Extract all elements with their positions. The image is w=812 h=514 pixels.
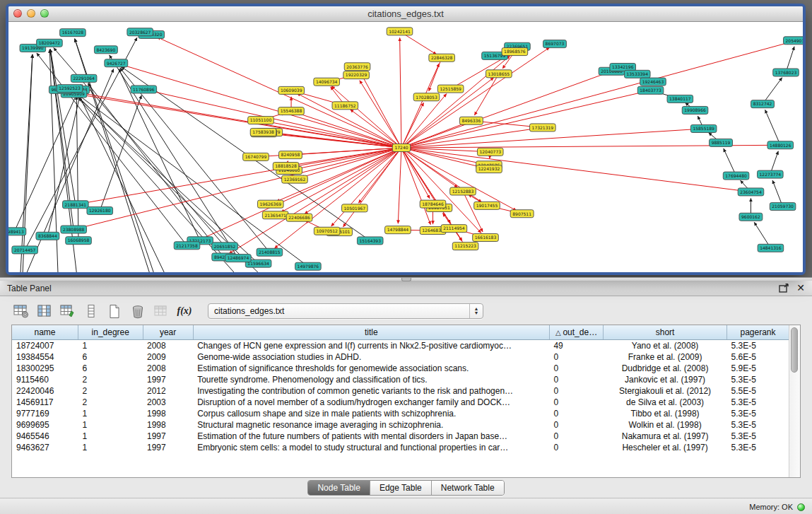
row-height-icon [86,304,96,318]
graph-node-label: 13342196 [612,64,634,69]
table-tabs-row: Node Table Edge Table Network Table [11,478,801,498]
table-cell: Wolkin et al. (1998) [604,419,727,431]
tab-network-table[interactable]: Network Table [432,481,504,495]
column-header-short[interactable]: short [604,325,727,339]
desktop-background: citations_edges.txt 11454320222910641381… [0,0,812,277]
table-cell: 0 [549,374,603,385]
table-cell: 2008 [143,339,193,351]
show-columns-button[interactable] [35,302,54,321]
graph-node-label: 20714457 [14,247,36,252]
tab-edge-table[interactable]: Edge Table [370,481,432,495]
close-window-button[interactable] [13,9,22,18]
graph-node-label: 22291064 [73,76,95,81]
graph-node-label: 12926180 [89,208,111,213]
zoom-window-button[interactable] [40,9,49,18]
graph-node-label: 13533394 [626,71,648,76]
attribute-table: namein_degreeyeartitle△ out_de…shortpage… [12,325,789,453]
table-cell: Changes of HCN gene expression and I(f) … [193,339,549,351]
column-header-title[interactable]: title [193,325,549,339]
scrollbar-thumb[interactable] [791,327,798,373]
table-scroll-area[interactable]: namein_degreeyeartitle△ out_de…shortpage… [12,325,789,477]
table-cell: Franke et al. (2009) [604,351,727,363]
table-cell: Stergiakouli et al. (2012) [604,385,727,397]
graph-node-label: 16616183 [475,235,497,240]
vertical-scrollbar[interactable] [789,325,800,477]
panel-splitter[interactable] [0,277,812,281]
table-row[interactable]: 1830029562008Estimation of significance … [12,363,789,374]
table-cell: 0 [549,397,603,408]
column-header-out_de[interactable]: △ out_de… [549,325,603,339]
table-cell: Corpus callosum shape and size in male p… [193,408,549,419]
new-table-button[interactable] [105,302,124,321]
table-cell: 2009 [143,351,193,363]
table-row[interactable]: 977716911998Corpus callosum shape and si… [12,408,789,419]
graph-node-label: 17694480 [725,173,747,178]
column-header-pagerank[interactable]: pagerank [727,325,789,339]
table-row[interactable]: 1938455462009Genome-wide association stu… [12,351,789,363]
memory-ok-indicator-icon [797,503,805,511]
tab-node-table[interactable]: Node Table [308,481,370,495]
table-row[interactable]: 946362711997Embryonic stem cells: a mode… [12,442,789,453]
table-cell: 6 [78,351,143,363]
graph-node-label: 19017455 [476,203,498,208]
table-row[interactable]: 946554611997Estimation of the future num… [12,431,789,442]
new-file-icon [108,304,121,319]
import-table-button[interactable] [151,302,171,321]
node-table: namein_degreeyeartitle△ out_de…shortpage… [11,325,801,478]
minimize-window-button[interactable] [27,9,35,18]
function-builder-button[interactable]: f(x) [175,302,194,321]
graph-node-label: 16068958 [68,238,90,243]
table-row[interactable]: 969969511998Structural magnetic resonanc… [12,419,789,431]
table-cell: Investigating the contribution of common… [193,385,549,397]
graph-node-label: 12592523 [59,86,81,90]
table-cell: 1 [78,408,143,419]
graph-node-label: 14880126 [770,143,792,148]
citation-network-graph[interactable]: 1145432022291064138105732090590916167028… [8,22,803,272]
table-cell: Hescheler et al. (1997) [604,442,727,453]
network-view-window: citations_edges.txt 11454320222910641381… [6,4,806,275]
graph-node-label: 9600162 [741,214,760,219]
graph-node-label: 18403773 [640,88,661,93]
graph-node-label: 18818528 [275,163,297,168]
close-panel-icon[interactable]: ✕ [796,284,805,293]
table-row[interactable]: 2242004622012Investigating the contribut… [12,385,789,397]
row-height-button[interactable] [81,302,101,321]
graph-node-label: 14841316 [760,245,782,250]
table-row[interactable]: 1872400712008Changes of HCN gene express… [12,339,789,351]
graph-node-label: 23808988 [63,227,85,232]
table-cell: 5.5E-5 [727,385,789,397]
table-selector-dropdown[interactable]: citations_edges.txt ▲▼ [208,303,483,319]
graph-node-label: 12486974 [228,255,249,260]
table-cell: 9463627 [12,442,78,453]
table-cell: 2 [78,385,143,397]
table-cell: 2012 [143,385,193,397]
network-canvas[interactable]: 1145432022291064138105732090590916167028… [8,22,803,272]
column-header-in_degree[interactable]: in_degree [78,325,143,339]
graph-node-label: 20328627 [129,30,151,35]
graph-node-label: 8312742 [753,101,772,106]
show-columns-icon [37,304,52,318]
graph-node-label: 17028053 [416,95,437,100]
graph-node-label: 19626369 [260,201,282,206]
delete-table-button[interactable] [128,302,148,321]
graph-node-label: 11215223 [454,243,476,248]
splitter-grip-icon[interactable] [401,278,411,281]
column-header-name[interactable]: name [12,325,78,339]
table-cell: 5.3E-5 [727,431,789,442]
table-cell: 0 [549,385,603,397]
table-row[interactable]: 1456911722003Disruption of a novel membe… [12,397,789,408]
table-row[interactable]: 911546021997Tourette syndrome. Phenomeno… [12,374,789,385]
graph-node-label: 12273774 [760,172,782,177]
table-settings-button[interactable] [11,302,31,321]
table-cell: de Silva et al. (2003) [604,397,727,408]
graph-node-label: 21114954 [443,226,465,230]
window-titlebar[interactable]: citations_edges.txt [8,6,803,22]
selected-table-name: citations_edges.txt [208,306,469,316]
graph-node-label: 15855189 [693,126,714,131]
memory-status-label: Memory: OK [749,503,793,511]
column-header-year[interactable]: year [143,325,193,339]
graph-node-label: 21059730 [772,204,794,209]
edit-table-button[interactable] [58,302,78,321]
float-panel-icon[interactable] [779,284,789,293]
graph-node-label: 8368844 [38,233,57,238]
